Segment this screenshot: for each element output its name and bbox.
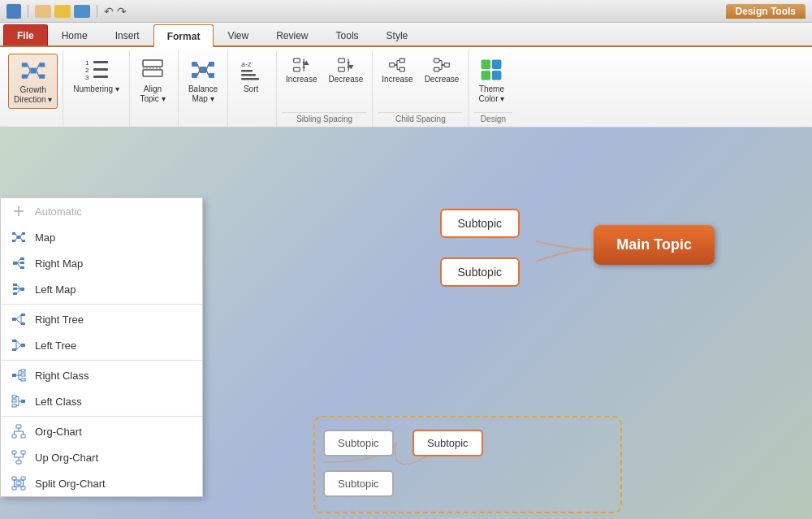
child-decrease-button[interactable]: Decrease bbox=[421, 54, 464, 87]
svg-rect-46 bbox=[400, 58, 405, 63]
undo-icon[interactable]: ↶ bbox=[104, 5, 114, 18]
left-class-label: Left Class bbox=[35, 396, 82, 408]
child-spacing-label: Child Spacing bbox=[378, 112, 463, 127]
balance-map-button[interactable]: BalanceMap ▾ bbox=[184, 54, 222, 107]
growth-direction-icon bbox=[20, 58, 46, 84]
bottom-subtopic-2[interactable]: Subtopic bbox=[412, 430, 483, 456]
child-decrease-label: Decrease bbox=[425, 75, 460, 84]
svg-rect-85 bbox=[13, 288, 17, 290]
dropdown-item-map[interactable]: Map bbox=[1, 224, 202, 250]
svg-text:3: 3 bbox=[85, 74, 89, 81]
dropdown-item-split-org-chart[interactable]: Split Org-Chart bbox=[1, 470, 202, 496]
svg-rect-135 bbox=[12, 487, 16, 490]
redo-icon[interactable]: ↷ bbox=[117, 5, 127, 18]
divider-1 bbox=[1, 304, 202, 305]
svg-rect-13 bbox=[93, 68, 108, 71]
svg-rect-14 bbox=[93, 76, 108, 78]
svg-rect-55 bbox=[434, 67, 439, 71]
sibling-increase-button[interactable]: Increase bbox=[282, 54, 321, 87]
split-org-chart-label: Split Org-Chart bbox=[35, 478, 106, 490]
dropdown-item-left-map[interactable]: Left Map bbox=[1, 276, 202, 302]
numbering-button[interactable]: 1 2 3 Numbering ▾ bbox=[68, 54, 124, 97]
svg-rect-22 bbox=[209, 73, 214, 78]
up-org-chart-icon bbox=[11, 449, 27, 465]
svg-text:2: 2 bbox=[85, 67, 89, 74]
tab-review[interactable]: Review bbox=[262, 24, 322, 45]
save-icon[interactable] bbox=[74, 5, 90, 18]
dropdown-item-org-chart[interactable]: Org-Chart bbox=[1, 418, 202, 444]
balance-map-content: BalanceMap ▾ bbox=[184, 50, 222, 127]
bottom-subtopic-3[interactable]: Subtopic bbox=[323, 470, 394, 497]
sort-content: a-z Sort bbox=[233, 50, 271, 127]
svg-rect-98 bbox=[12, 348, 16, 351]
svg-rect-134 bbox=[21, 477, 25, 480]
svg-rect-90 bbox=[12, 318, 16, 321]
up-org-chart-label: Up Org-Chart bbox=[35, 452, 98, 464]
svg-rect-39 bbox=[338, 67, 344, 71]
dropdown-item-left-class[interactable]: Left Class bbox=[1, 388, 202, 414]
dropdown-item-right-tree[interactable]: Right Tree bbox=[1, 306, 202, 332]
growth-direction-button[interactable]: GrowthDirection ▾ bbox=[8, 54, 58, 109]
svg-rect-12 bbox=[93, 61, 108, 63]
tab-file[interactable]: File bbox=[3, 24, 48, 45]
left-tree-label: Left Tree bbox=[35, 340, 76, 352]
child-decrease-icon bbox=[433, 56, 451, 74]
tab-insert[interactable]: Insert bbox=[102, 24, 153, 45]
svg-rect-104 bbox=[21, 374, 25, 376]
align-topic-content: AlignTopic ▾ bbox=[135, 50, 173, 127]
svg-line-94 bbox=[16, 319, 21, 324]
svg-line-89 bbox=[17, 289, 20, 294]
sibling-increase-label: Increase bbox=[286, 75, 317, 84]
svg-line-88 bbox=[17, 289, 20, 290]
right-map-icon bbox=[11, 255, 27, 271]
tab-view[interactable]: View bbox=[214, 24, 262, 45]
bottom-subtopic-1[interactable]: Subtopic bbox=[323, 430, 394, 456]
subtopic-1[interactable]: Subtopic bbox=[440, 209, 520, 238]
theme-color-label: ThemeColor ▾ bbox=[479, 84, 505, 104]
subtopic-1-label: Subtopic bbox=[458, 217, 502, 230]
svg-rect-120 bbox=[21, 435, 25, 438]
svg-rect-68 bbox=[12, 232, 15, 235]
split-org-chart-icon bbox=[11, 475, 27, 491]
svg-line-72 bbox=[15, 234, 17, 238]
divider-2 bbox=[1, 360, 202, 361]
design-label: Design bbox=[473, 112, 512, 127]
child-increase-button[interactable]: Increase bbox=[378, 54, 417, 87]
tab-home[interactable]: Home bbox=[48, 24, 102, 45]
dropdown-item-up-org-chart[interactable]: Up Org-Chart bbox=[1, 444, 202, 470]
bottom-section: Subtopic Subtopic Subtopic bbox=[313, 416, 622, 513]
svg-rect-64 bbox=[492, 71, 502, 80]
svg-rect-92 bbox=[21, 322, 25, 325]
new-doc-icon[interactable] bbox=[35, 5, 51, 18]
org-chart-label: Org-Chart bbox=[35, 426, 82, 438]
dropdown-item-right-map[interactable]: Right Map bbox=[1, 250, 202, 276]
align-topic-button[interactable]: AlignTopic ▾ bbox=[135, 54, 171, 107]
sort-button[interactable]: a-z Sort bbox=[233, 54, 269, 97]
main-topic[interactable]: Main Topic bbox=[594, 225, 715, 265]
theme-color-icon bbox=[478, 57, 504, 83]
tab-tools[interactable]: Tools bbox=[322, 24, 373, 45]
child-increase-icon bbox=[388, 56, 406, 74]
svg-line-93 bbox=[16, 315, 21, 320]
growth-direction-label: GrowthDirection ▾ bbox=[14, 85, 52, 105]
sibling-increase-icon bbox=[292, 56, 310, 74]
svg-rect-4 bbox=[39, 74, 45, 78]
tab-style[interactable]: Style bbox=[373, 24, 422, 45]
svg-line-26 bbox=[206, 70, 209, 76]
divider-3 bbox=[1, 416, 202, 417]
design-content: ThemeColor ▾ bbox=[473, 50, 512, 110]
svg-rect-102 bbox=[12, 374, 16, 377]
subtopic-2[interactable]: Subtopic bbox=[440, 257, 520, 287]
theme-color-button[interactable]: ThemeColor ▾ bbox=[473, 54, 509, 107]
tab-format[interactable]: Format bbox=[153, 24, 214, 47]
left-map-icon bbox=[11, 281, 27, 297]
svg-rect-84 bbox=[13, 283, 17, 286]
svg-rect-1 bbox=[21, 63, 27, 67]
dropdown-item-left-tree[interactable]: Left Tree bbox=[1, 332, 202, 358]
svg-line-25 bbox=[206, 64, 209, 70]
open-icon[interactable] bbox=[54, 5, 71, 18]
dropdown-item-right-class[interactable]: Right Class bbox=[1, 362, 202, 388]
sibling-decrease-button[interactable]: Decrease bbox=[324, 54, 367, 87]
svg-rect-91 bbox=[21, 314, 25, 316]
svg-rect-0 bbox=[30, 67, 36, 73]
